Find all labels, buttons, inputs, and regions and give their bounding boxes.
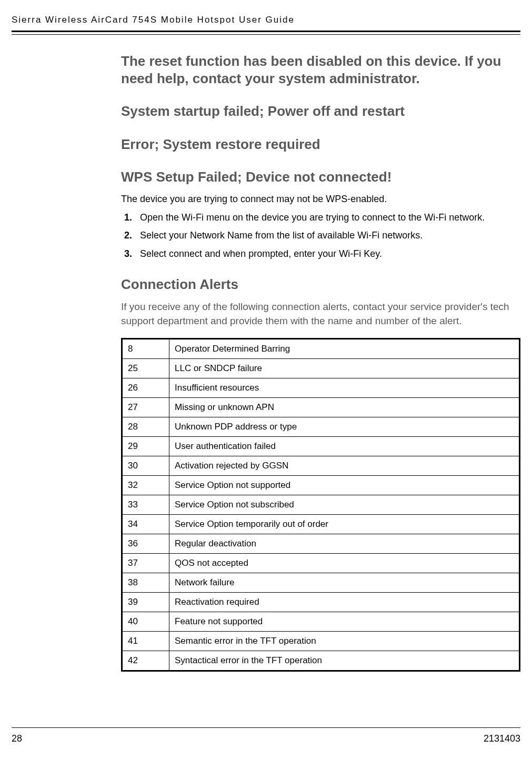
heading-wps-failed: WPS Setup Failed; Device not connected! <box>121 168 520 186</box>
table-row: 28Unknown PDP address or type <box>122 417 520 436</box>
page-number: 28 <box>12 733 22 744</box>
alert-num: 37 <box>122 553 169 573</box>
table-row: 27Missing or unknown APN <box>122 397 520 417</box>
connection-alerts-table: 8Operator Determined Barring 25LLC or SN… <box>121 338 520 672</box>
alert-num: 29 <box>122 436 169 456</box>
alert-num: 8 <box>122 338 169 358</box>
table-row: 38Network failure <box>122 573 520 592</box>
wps-steps: Open the Wi-Fi menu on the device you ar… <box>135 211 520 260</box>
wps-step-1: Open the Wi-Fi menu on the device you ar… <box>135 211 520 224</box>
table-row: 37QOS not accepted <box>122 553 520 573</box>
alert-num: 38 <box>122 573 169 592</box>
alert-desc: Operator Determined Barring <box>169 338 520 358</box>
alert-num: 39 <box>122 592 169 612</box>
table-row: 42Syntactical error in the TFT operation <box>122 651 520 671</box>
table-row: 25LLC or SNDCP failure <box>122 358 520 378</box>
heading-reset-disabled: The reset function has been disabled on … <box>121 53 520 87</box>
alert-desc: Insufficient resources <box>169 378 520 397</box>
alert-desc: Service Option not subscribed <box>169 495 520 514</box>
footer-row: 28 2131403 <box>12 733 520 744</box>
alert-desc: Network failure <box>169 573 520 592</box>
connection-alerts-tbody: 8Operator Determined Barring 25LLC or SN… <box>122 338 520 671</box>
page: Sierra Wireless AirCard 754S Mobile Hots… <box>0 0 532 759</box>
alert-num: 26 <box>122 378 169 397</box>
alert-desc: QOS not accepted <box>169 553 520 573</box>
alert-desc: Semantic error in the TFT operation <box>169 631 520 651</box>
wps-intro: The device you are trying to connect may… <box>121 193 520 205</box>
running-head: Sierra Wireless AirCard 754S Mobile Hots… <box>0 0 532 31</box>
alert-desc: Missing or unknown APN <box>169 397 520 417</box>
table-row: 33Service Option not subscribed <box>122 495 520 514</box>
alert-num: 36 <box>122 534 169 553</box>
alert-num: 32 <box>122 475 169 495</box>
wps-step-3: Select connect and when prompted, enter … <box>135 247 520 260</box>
alert-desc: Unknown PDP address or type <box>169 417 520 436</box>
alert-num: 28 <box>122 417 169 436</box>
table-row: 29User authentication failed <box>122 436 520 456</box>
table-row: 32Service Option not supported <box>122 475 520 495</box>
heading-startup-failed: System startup failed; Power off and res… <box>121 103 520 120</box>
alert-num: 42 <box>122 651 169 671</box>
alert-desc: Syntactical error in the TFT operation <box>169 651 520 671</box>
alert-num: 34 <box>122 514 169 534</box>
alert-num: 25 <box>122 358 169 378</box>
table-row: 39Reactivation required <box>122 592 520 612</box>
alert-num: 40 <box>122 612 169 631</box>
alert-num: 41 <box>122 631 169 651</box>
header-rules <box>12 31 520 35</box>
heading-connection-alerts: Connection Alerts <box>121 276 520 293</box>
alert-num: 30 <box>122 456 169 475</box>
table-row: 41Semantic error in the TFT operation <box>122 631 520 651</box>
table-row: 30Activation rejected by GGSN <box>122 456 520 475</box>
table-row: 8Operator Determined Barring <box>122 338 520 358</box>
alert-desc: Activation rejected by GGSN <box>169 456 520 475</box>
alert-desc: Service Option not supported <box>169 475 520 495</box>
alert-num: 27 <box>122 397 169 417</box>
alert-desc: LLC or SNDCP failure <box>169 358 520 378</box>
alert-desc: Regular deactivation <box>169 534 520 553</box>
table-row: 36Regular deactivation <box>122 534 520 553</box>
connection-alerts-intro: If you receive any of the following conn… <box>121 300 520 328</box>
table-row: 34Service Option temporarily out of orde… <box>122 514 520 534</box>
content: The reset function has been disabled on … <box>121 53 520 672</box>
wps-step-2: Select your Network Name from the list o… <box>135 229 520 242</box>
footer-rule <box>12 727 520 728</box>
doc-number: 2131403 <box>484 733 520 744</box>
header-rule-thin <box>12 34 520 35</box>
heading-system-restore: Error; System restore required <box>121 136 520 153</box>
header-rule-thick <box>12 31 520 32</box>
alert-desc: Service Option temporarily out of order <box>169 514 520 534</box>
alert-num: 33 <box>122 495 169 514</box>
footer: 28 2131403 <box>12 727 520 744</box>
table-row: 40Feature not supported <box>122 612 520 631</box>
alert-desc: User authentication failed <box>169 436 520 456</box>
alert-desc: Reactivation required <box>169 592 520 612</box>
alert-desc: Feature not supported <box>169 612 520 631</box>
table-row: 26Insufficient resources <box>122 378 520 397</box>
